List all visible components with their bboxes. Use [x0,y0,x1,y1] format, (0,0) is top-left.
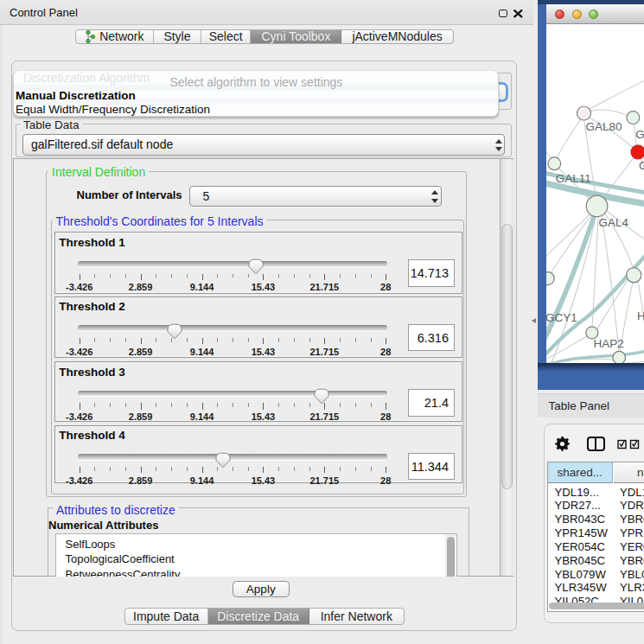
svg-text:HAP2: HAP2 [593,337,623,350]
svg-text:GA: GA [635,128,644,141]
svg-text:H: H [637,309,644,322]
svg-text:GAL4: GAL4 [598,216,628,229]
svg-text:GAL80: GAL80 [585,120,622,133]
svg-text:G: G [639,159,644,172]
svg-text:GAL11: GAL11 [555,171,590,184]
svg-text:GCY1: GCY1 [546,311,577,324]
